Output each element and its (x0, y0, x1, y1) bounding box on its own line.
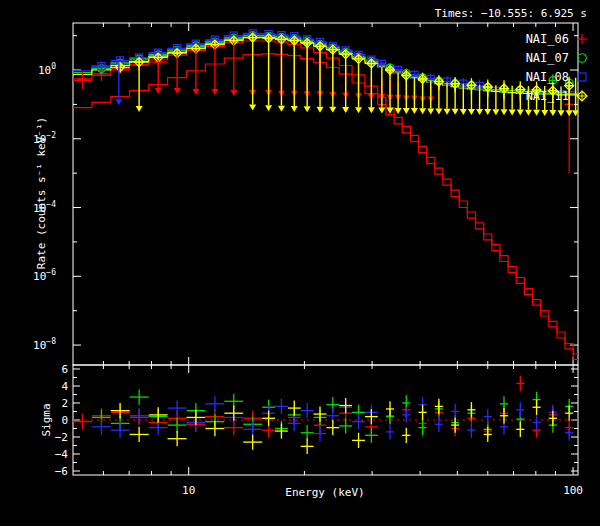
svg-text:100: 100 (38, 62, 56, 77)
svg-text:6: 6 (61, 363, 68, 376)
svg-text:−4: −4 (55, 448, 69, 461)
legend-label: NAI_07 (526, 51, 569, 65)
legend-label: NAI_08 (526, 70, 569, 84)
legend-entry: NAI_08 (498, 69, 590, 84)
legend-diamond-marker-icon (574, 89, 590, 103)
legend: NAI_06 NAI_07 NAI_08 NAI_11 (498, 31, 590, 103)
svg-text:−2: −2 (55, 431, 68, 444)
legend-plus-marker-icon (574, 32, 590, 46)
legend-entry: NAI_06 (498, 31, 590, 46)
legend-label: NAI_06 (526, 32, 569, 46)
svg-text:2: 2 (61, 397, 68, 410)
legend-entry: NAI_11 (498, 88, 590, 103)
svg-text:10−8: 10−8 (33, 337, 56, 352)
tick-labels-layer: 1010010010−210−410−610−86420−2−4−6 (33, 62, 583, 497)
svg-text:0: 0 (61, 414, 68, 427)
svg-text:10−6: 10−6 (33, 268, 56, 283)
legend-square-marker-icon (574, 70, 590, 84)
svg-text:100: 100 (563, 484, 583, 497)
sigma-axis-title: Sigma (40, 403, 53, 436)
times-label: Times: −10.555: 6.925 s (435, 7, 587, 20)
y-axis-title: Rate (counts s⁻¹ keV⁻¹) (35, 117, 48, 269)
plot-window: 1010010010−210−410−610−86420−2−4−6 Times… (0, 0, 600, 526)
legend-entry: NAI_07 (498, 50, 590, 65)
sigma-data-layer (73, 376, 578, 454)
svg-text:4: 4 (61, 380, 68, 393)
legend-label: NAI_11 (526, 89, 569, 103)
svg-text:10: 10 (182, 484, 195, 497)
x-axis-title: Energy (keV) (285, 486, 364, 499)
svg-text:−6: −6 (55, 465, 68, 478)
legend-circle-marker-icon (574, 51, 590, 65)
